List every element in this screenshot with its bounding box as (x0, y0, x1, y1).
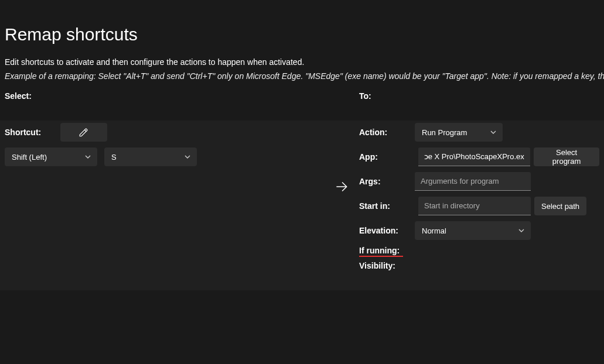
app-label: App: (359, 152, 415, 162)
select-program-button[interactable]: Select program (534, 147, 599, 166)
elevation-label: Elevation: (359, 226, 415, 235)
key2-select[interactable]: S (104, 147, 197, 166)
page-title: Remap shortcuts (5, 25, 599, 44)
select-header: Select: (5, 91, 324, 101)
elevation-select[interactable]: Normal (415, 221, 531, 240)
visibility-label: Visibility: (359, 261, 415, 270)
ifrunning-label: If running: (359, 246, 415, 255)
arrow-right-icon (334, 179, 349, 194)
edit-shortcut-button[interactable] (60, 123, 107, 142)
to-header: To: (359, 91, 599, 101)
args-input[interactable] (415, 172, 531, 191)
key1-value: Shift (Left) (12, 153, 47, 162)
args-label: Args: (359, 177, 415, 186)
key2-value: S (111, 153, 117, 162)
action-select[interactable]: Run Program (415, 123, 503, 142)
startin-input[interactable] (418, 197, 531, 215)
key1-select[interactable]: Shift (Left) (5, 147, 97, 166)
elevation-value: Normal (422, 226, 446, 235)
pencil-icon (79, 127, 89, 138)
action-value: Run Program (422, 128, 467, 137)
startin-label: Start in: (359, 201, 415, 211)
example-text: Example of a remapping: Select "Alt+T" a… (5, 71, 599, 81)
app-input[interactable] (418, 147, 530, 166)
shortcut-label: Shortcut: (5, 128, 60, 137)
select-path-button[interactable]: Select path (534, 197, 586, 215)
page-description: Edit shortcuts to activate and then conf… (5, 57, 599, 67)
action-label: Action: (359, 128, 415, 137)
